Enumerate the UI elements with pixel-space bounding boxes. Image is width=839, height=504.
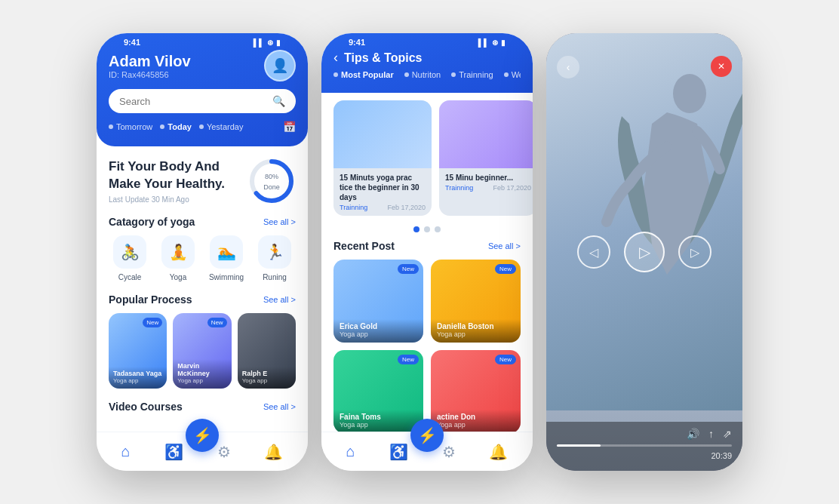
share-icon[interactable]: ⇗ [723, 428, 732, 440]
featured-tag-1: Trainning [340, 204, 367, 211]
back-button[interactable]: ‹ [333, 50, 338, 66]
featured-carousel[interactable]: 15 Minuts yoga prac tice the beginner in… [321, 93, 533, 223]
recent-card-3[interactable]: New Faina Toms Yoga app [333, 350, 423, 432]
featured-card-2[interactable]: 15 Minu beginner... Trainning Feb 17,202… [439, 100, 533, 216]
yoga-label: Yoga [170, 273, 186, 281]
popular-sub-1: Yoga app [113, 377, 162, 384]
time-1: 9:41 [124, 38, 140, 47]
recent-name-2: Daniella Boston [437, 322, 515, 330]
recent-badge-1: New [398, 264, 419, 274]
search-bar[interactable]: 🔍 [109, 89, 296, 113]
date-pill-yesterday[interactable]: Yestarday [199, 122, 244, 131]
popular-name-3: Ralph E [242, 370, 291, 377]
phone1-body: Fit Your Body And Make Your Healthy. Las… [97, 146, 308, 432]
phone2-header: 9:41 ▌▌ ⊛ ▮ ‹ Tips & Topics Most Popular… [321, 33, 533, 93]
recent-sub-2: Yoga app [437, 330, 515, 338]
search-input[interactable] [119, 96, 266, 107]
status-icons-1: ▌▌ ⊛ ▮ [254, 38, 281, 47]
filter-trainning[interactable]: Trainning [451, 70, 493, 79]
phone-1: 9:41 ▌▌ ⊛ ▮ Adam Vilov ID: Rax4645856 👤 … [97, 33, 308, 471]
filter-weight[interactable]: Weight lo... [504, 70, 521, 79]
featured-date-1: Feb 17,2020 [387, 204, 426, 211]
phone3-back-button[interactable]: ‹ [557, 56, 579, 78]
yoga-icon: 🧘 [161, 235, 195, 269]
recent-name-3: Faina Toms [340, 413, 417, 421]
nav-home-2[interactable]: ⌂ [346, 443, 355, 460]
recent-card-1[interactable]: New Erica Gold Yoga app [333, 260, 423, 343]
recent-grid: New Erica Gold Yoga app New Daniella Bos… [333, 260, 521, 432]
featured-card-1[interactable]: 15 Minuts yoga prac tice the beginner in… [333, 100, 432, 216]
carousel-dots [321, 226, 533, 232]
status-bar-1: 9:41 ▌▌ ⊛ ▮ [109, 33, 296, 50]
cycale-label: Cycale [118, 273, 142, 281]
category-item-yoga[interactable]: 🧘 Yoga [157, 235, 199, 281]
nav-home-1[interactable]: ⌂ [121, 443, 130, 460]
popular-name-2: Marvin McKinney [177, 362, 226, 377]
donut-chart: 80% Done [247, 157, 296, 205]
recent-card-2[interactable]: New Daniella Boston Yoga app [431, 260, 521, 343]
date-pills: Tomorrow Today Yestarday 📅 [109, 121, 296, 133]
category-header: Catagory of yoga See all > [109, 216, 296, 228]
nav-fab-1[interactable]: ⚡ [186, 419, 219, 452]
category-item-cycale[interactable]: 🚴 Cycale [109, 235, 151, 281]
volume-icon[interactable]: 🔊 [687, 428, 699, 440]
video-courses-see-all[interactable]: See all > [263, 402, 296, 411]
popular-card-1[interactable]: New Tadasana Yaga Yoga app [109, 313, 167, 389]
prev-button[interactable]: ◁ [577, 235, 610, 269]
date-pill-tomorrow[interactable]: Tomorrow [109, 122, 152, 131]
popular-card-3[interactable]: Ralph E Yoga app [238, 313, 296, 389]
phone3-top-bar: ‹ ✕ [546, 33, 742, 78]
recent-sub-3: Yoga app [340, 421, 417, 429]
popular-grid: New Tadasana Yaga Yoga app New Marvin Mc… [109, 313, 296, 389]
tips-topics-title: Tips & Topics [344, 51, 422, 65]
upload-icon[interactable]: ↑ [708, 428, 714, 440]
phone3-close-button[interactable]: ✕ [711, 56, 732, 77]
nav-settings-1[interactable]: ⚙ [217, 443, 231, 461]
phone1-header: 9:41 ▌▌ ⊛ ▮ Adam Vilov ID: Rax4645856 👤 … [97, 33, 308, 146]
featured-img-1 [333, 100, 432, 168]
recent-card-4[interactable]: New actine Don Yoga app [431, 350, 521, 432]
time-2: 9:41 [349, 38, 365, 47]
date-pill-today[interactable]: Today [160, 122, 192, 131]
nav-fab-2[interactable]: ⚡ [410, 419, 444, 452]
video-progress-bar[interactable] [557, 444, 732, 447]
nav-settings-2[interactable]: ⚙ [442, 443, 456, 461]
phone2-body: 15 Minuts yoga prac tice the beginner in… [321, 93, 533, 432]
phone3-bottom-bar: 🔊 ↑ ⇗ 20:39 [546, 422, 742, 471]
fitness-section: Fit Your Body And Make Your Healthy. Las… [109, 157, 296, 205]
running-icon: 🏃 [258, 235, 291, 269]
filter-nutriton[interactable]: Nutriton [404, 70, 441, 79]
dot-1[interactable] [413, 226, 420, 232]
popular-card-2[interactable]: New Marvin McKinney Yoga app [173, 313, 231, 389]
phone-3: ‹ ✕ ◁ ▷ ▷ 🔊 ↑ ⇗ [546, 33, 742, 471]
play-button[interactable]: ▷ [624, 232, 665, 272]
popular-badge-2: New [207, 318, 227, 327]
popular-see-all[interactable]: See all > [263, 295, 296, 304]
dot-2[interactable] [424, 226, 430, 232]
filter-most-popular[interactable]: Most Popular [333, 70, 394, 79]
fitness-title: Fit Your Body And Make Your Healthy. [109, 158, 229, 192]
nav-notifications-2[interactable]: 🔔 [489, 443, 508, 461]
category-grid: 🚴 Cycale 🧘 Yoga 🏊 Swimming 🏃 Runing [109, 235, 296, 281]
recent-post-see-all[interactable]: See all > [488, 241, 521, 250]
last-update: Last Update 30 Min Ago [109, 195, 229, 204]
nav-notifications-1[interactable]: 🔔 [264, 443, 283, 461]
featured-title-2: 15 Minu beginner... [445, 173, 531, 183]
user-id: ID: Rax4645856 [109, 70, 191, 79]
swimming-label: Swimming [209, 273, 244, 281]
search-icon: 🔍 [272, 95, 285, 107]
next-button[interactable]: ▷ [678, 235, 711, 269]
featured-title-1: 15 Minuts yoga prac tice the beginner in… [340, 173, 426, 202]
nav-activity-1[interactable]: ♿ [164, 443, 183, 461]
category-see-all[interactable]: See all > [263, 217, 296, 226]
meta-icons: 🔊 ↑ ⇗ [557, 428, 732, 440]
dot-3[interactable] [435, 226, 441, 232]
recent-sub-1: Yoga app [340, 330, 417, 338]
calendar-icon[interactable]: 📅 [283, 121, 296, 133]
category-item-running[interactable]: 🏃 Runing [254, 235, 296, 281]
phone2-recent-section: Recent Post See all > New Erica Gold Yog… [321, 240, 533, 432]
video-courses-title: Video Courses [109, 401, 183, 413]
avatar: 👤 [264, 50, 296, 81]
category-item-swimming[interactable]: 🏊 Swimming [205, 235, 247, 281]
nav-activity-2[interactable]: ♿ [389, 443, 408, 461]
